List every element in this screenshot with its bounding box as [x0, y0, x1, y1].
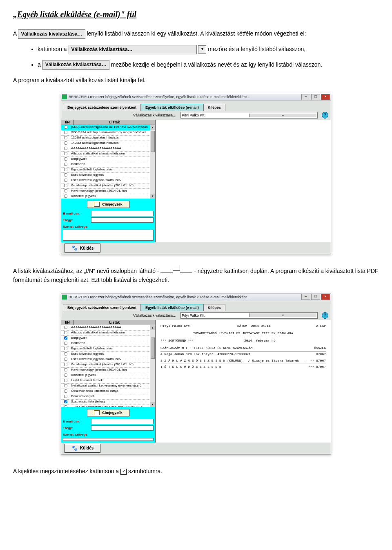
list-item[interactable]: Szabadság lista (teljes): [61, 400, 150, 405]
minimize-button[interactable]: –: [301, 94, 310, 100]
row-checkbox[interactable]: [61, 183, 70, 188]
left-panel-2: I/N Listák AAAAAAAAAAAAAAAAAAAAAAAÁtlago…: [61, 320, 156, 443]
tab-berjegyzek-2[interactable]: Bérjegyzék szétszedése személyenként: [63, 304, 141, 311]
tab-kilepes[interactable]: Kilépés: [203, 104, 225, 111]
row-checkbox[interactable]: [61, 168, 70, 172]
pv-title: TOVÁBBÍTANDÓ LEVONÁSI ÉS JUTTATÁSI TÉTEL…: [160, 331, 326, 335]
row-checkbox[interactable]: [61, 405, 70, 407]
row-checkbox[interactable]: [61, 146, 70, 151]
row-checkbox[interactable]: [61, 389, 70, 394]
scroll-thumb[interactable]: [151, 131, 155, 152]
cimjegyzek-button-2[interactable]: Címjegyzék: [87, 409, 129, 416]
scroll-up-icon-2[interactable]: ▴: [150, 325, 155, 330]
list-item[interactable]: T1041-es bejelentőlap az APEH felé / HIB…: [61, 405, 150, 407]
row-checkbox[interactable]: [61, 178, 70, 183]
list-item[interactable]: Bérjegyzék: [61, 336, 150, 341]
scroll-up-icon[interactable]: ▴: [150, 125, 155, 130]
row-checkbox[interactable]: [61, 352, 70, 357]
tab-kilepes-2[interactable]: Kilépés: [203, 304, 225, 311]
email-input-2[interactable]: [91, 419, 154, 424]
scrollbar-2[interactable]: ▴ ▾: [150, 325, 155, 407]
close-button[interactable]: ×: [321, 94, 330, 100]
list-item[interactable]: Bérkarton: [61, 162, 150, 168]
tab-egyeb-listak[interactable]: Egyéb listák elküldése (e-mail): [141, 104, 203, 111]
help-icon-2[interactable]: ?: [322, 312, 328, 319]
list-item[interactable]: Nyilatkozat családi kedvezmény érvényesí…: [61, 384, 150, 389]
row-checkbox[interactable]: [61, 194, 70, 199]
row-checkbox[interactable]: [61, 162, 70, 167]
list-item[interactable]: Kifizetési jegyzék: [61, 194, 150, 199]
row-checkbox[interactable]: [61, 325, 70, 330]
list-item[interactable]: Bérjegyzék: [61, 157, 150, 162]
row-checkbox[interactable]: [61, 341, 70, 346]
list-item[interactable]: Egyszerűsített foglalkoztatás: [61, 168, 150, 173]
row-checkbox[interactable]: [61, 384, 70, 389]
list-item[interactable]: Eseti kifizetési jegyzék /aláíró lista/: [61, 357, 150, 362]
row-checkbox[interactable]: [61, 362, 70, 367]
row-checkbox[interactable]: [61, 157, 70, 162]
kuldes-button-2[interactable]: 🐾 Küldés: [65, 444, 100, 453]
row-checkbox[interactable]: [61, 152, 70, 157]
row-checkbox[interactable]: [61, 347, 70, 351]
tab-berjegyzek[interactable]: Bérjegyzék szétszedése személyenként: [63, 104, 141, 111]
list-item[interactable]: /000/SZJA adatlap a munkaviszony megszün…: [61, 130, 150, 136]
list-item[interactable]: Havi munkaügyi jelentés (2014.01. hó): [61, 189, 150, 194]
close-button-2[interactable]: ×: [321, 294, 330, 300]
help-icon[interactable]: ?: [322, 112, 328, 118]
cimjegyzek-button[interactable]: Címjegyzék: [87, 201, 129, 208]
list-item[interactable]: Kifizetési jegyzék: [61, 373, 150, 378]
message-textarea[interactable]: [63, 230, 154, 241]
minimize-button-2[interactable]: –: [301, 294, 310, 300]
row-checkbox[interactable]: [61, 368, 70, 373]
row-checkbox[interactable]: [61, 189, 70, 194]
scroll-down-icon-2[interactable]: ▾: [150, 402, 155, 407]
list-item[interactable]: (M30) Jövedelemigazolás az 1997.évi SZJA…: [61, 125, 150, 130]
list-item[interactable]: 1408M adatszolgáltatás hibalista: [61, 141, 150, 146]
row-checkbox[interactable]: [61, 136, 70, 141]
row-checkbox[interactable]: [61, 373, 70, 378]
row-checkbox[interactable]: [61, 357, 70, 362]
list-item[interactable]: AAAAAAAAAAAAAAAAAAAAAAA: [61, 325, 150, 331]
list-item[interactable]: Gazdaságstatisztikai jelentés (2014.01. …: [61, 183, 150, 189]
list-item[interactable]: Havi munkaügyi jelentés (2014.01. hó): [61, 368, 150, 373]
row-checkbox[interactable]: [61, 336, 70, 341]
list-item[interactable]: Gazdaságstatisztikai jelentés (2014.01. …: [61, 362, 150, 368]
vk-dropdown-2[interactable]: Pityi Palkó Kft. ▾: [180, 312, 318, 319]
list-item[interactable]: Összevonandó kifizetések listája: [61, 389, 150, 394]
maximize-button-2[interactable]: □: [311, 294, 320, 300]
row-checkbox[interactable]: [61, 331, 70, 335]
list-item[interactable]: Lejárt levonási tételek: [61, 378, 150, 384]
row-checkbox[interactable]: [61, 394, 70, 399]
row-label: Havi munkaügyi jelentés (2014.01. hó): [70, 189, 150, 194]
list-item[interactable]: Pénzszükséglet: [61, 394, 150, 400]
list-item[interactable]: Eseti kifizetési jegyzék: [61, 173, 150, 178]
list-item[interactable]: Átlagos statisztikai állományi létszám: [61, 331, 150, 336]
scroll-down-icon[interactable]: ▾: [150, 194, 155, 199]
email-input[interactable]: [91, 211, 154, 216]
list-item[interactable]: Eseti kifizetési jegyzék: [61, 352, 150, 357]
targy-input[interactable]: [91, 217, 154, 223]
targy-input-2[interactable]: [91, 425, 154, 431]
list-item[interactable]: Bérkarton: [61, 341, 150, 347]
maximize-button[interactable]: □: [311, 94, 320, 100]
list-item[interactable]: Eseti kifizetési jegyzék /aláíró lista/: [61, 178, 150, 183]
tab-egyeb-listak-2[interactable]: Egyéb listák elküldése (e-mail): [141, 304, 203, 311]
list-item[interactable]: Egyszerűsített foglalkoztatás: [61, 347, 150, 352]
row-checkbox[interactable]: [61, 141, 70, 146]
message-textarea-2[interactable]: [63, 438, 154, 441]
row-checkbox[interactable]: [61, 400, 70, 405]
row-checkbox[interactable]: [61, 130, 70, 135]
uzenet-label-2: Üzenet szövege:: [63, 433, 89, 436]
row-label: Eseti kifizetési jegyzék: [70, 173, 150, 178]
list-item[interactable]: Átlagos statisztikai állományi létszám: [61, 152, 150, 157]
vk-dropdown[interactable]: Pityi Palkó Kft. ▾: [180, 112, 318, 118]
list-item[interactable]: 1308M adatszolgáltatás hibalista: [61, 136, 150, 141]
scroll-thumb-2[interactable]: [151, 338, 155, 359]
row-checkbox[interactable]: [61, 173, 70, 178]
scrollbar[interactable]: ▴ ▾: [150, 125, 155, 199]
row-checkbox[interactable]: [61, 125, 70, 130]
vk-field-inline-3: Vállalkozás kiválasztása…: [42, 60, 109, 69]
list-item[interactable]: AAAAAAAAAAAAAAAAAAAAAAA: [61, 146, 150, 152]
kuldes-button[interactable]: 🐾 Küldés: [65, 244, 100, 253]
row-checkbox[interactable]: [61, 378, 70, 383]
